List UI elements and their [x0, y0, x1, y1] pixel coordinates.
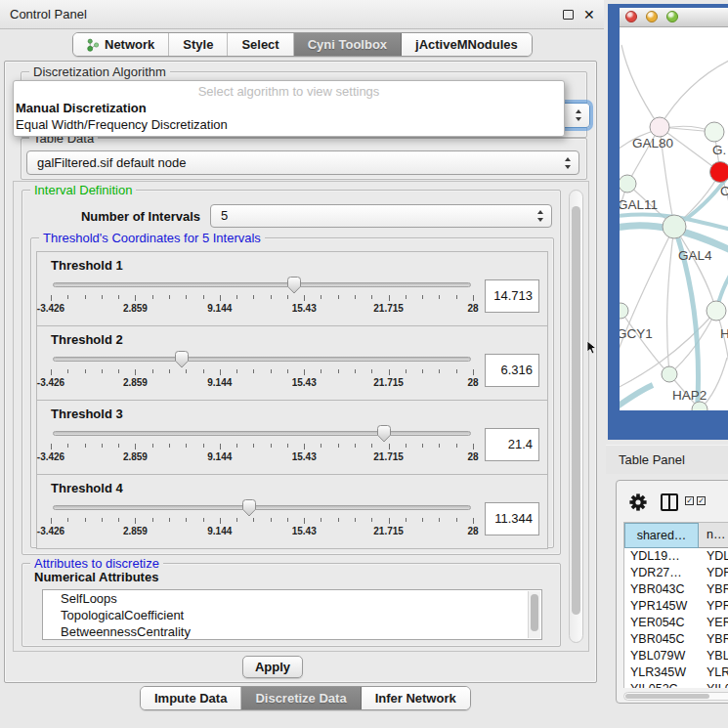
threshold-slider-row: -3.4262.8599.14415.4321.7152821.4 — [51, 422, 539, 467]
slider-tick-label: 2.859 — [123, 377, 148, 388]
threshold-slider[interactable]: -3.4262.8599.14415.4321.71528 — [51, 496, 473, 541]
cell-shared-name: YBR043C — [624, 581, 699, 598]
slider-track[interactable] — [53, 282, 471, 287]
slider-track[interactable] — [53, 505, 471, 510]
table-data-combobox[interactable]: galFiltered.sif default node — [26, 150, 579, 175]
tab-style[interactable]: Style — [169, 33, 228, 56]
table-row[interactable]: YBL079WYBL0… — [624, 648, 728, 664]
horizontal-scrollbar-thumb[interactable] — [625, 694, 709, 699]
slider-thumb[interactable] — [286, 276, 303, 294]
network-node-h[interactable] — [707, 301, 726, 321]
settings-gear-icon[interactable] — [628, 492, 648, 512]
apply-button[interactable]: Apply — [242, 656, 303, 678]
network-node-gcy1[interactable] — [620, 303, 628, 319]
table-row[interactable]: YBR043CYBR0… — [624, 581, 728, 598]
attribute-list-item[interactable]: BetweennessCentrality — [43, 623, 541, 640]
network-node-gal80[interactable] — [650, 117, 669, 137]
slider-tick — [203, 295, 204, 299]
threshold-value-field[interactable]: 6.316 — [485, 354, 539, 387]
threshold-value-field[interactable]: 14.713 — [485, 279, 539, 313]
slider-tick — [135, 295, 136, 301]
slider-thumb[interactable] — [173, 350, 190, 368]
threshold-slider[interactable]: -3.4262.8599.14415.4321.71528 — [51, 274, 473, 319]
popup-prompt-item[interactable]: Select algorithm to view settings — [14, 83, 564, 100]
network-node-g[interactable] — [705, 122, 724, 142]
slider-tick — [152, 295, 153, 299]
mac-close-button[interactable] — [625, 11, 637, 22]
attribute-list-item[interactable]: TopologicalCoefficient — [43, 607, 541, 623]
horizontal-scrollbar[interactable] — [623, 692, 728, 701]
split-columns-icon[interactable] — [661, 493, 678, 511]
network-node-hap2[interactable] — [662, 366, 677, 382]
table-row[interactable]: YDL19…YDL1… — [624, 548, 728, 565]
slider-track[interactable] — [53, 357, 471, 362]
slider-tick-label: 2.859 — [123, 526, 148, 536]
table-row[interactable]: YPR145WYPR1… — [624, 598, 728, 615]
vertical-scrollbar[interactable] — [569, 190, 583, 643]
slider-tick — [371, 444, 372, 448]
tab-infer-network[interactable]: Infer Network — [362, 687, 470, 709]
network-node-c[interactable] — [710, 162, 728, 183]
float-window-icon[interactable] — [563, 10, 574, 20]
combo-arrows-icon — [537, 210, 544, 222]
numerical-attributes-list[interactable]: SelfLoopsTopologicalCoefficientBetweenne… — [42, 589, 542, 640]
close-icon[interactable]: ✕ — [583, 1, 595, 29]
slider-thumb[interactable] — [241, 498, 258, 517]
slider-tick — [169, 518, 170, 522]
popup-item[interactable]: Equal Width/Frequency Discretization — [14, 116, 564, 133]
list-scrollbar-thumb[interactable] — [531, 594, 538, 631]
threshold-slider[interactable]: -3.4262.8599.14415.4321.71528 — [51, 422, 473, 467]
checkbox-icon[interactable]: ✓ — [697, 496, 706, 505]
threshold-slider[interactable]: -3.4262.8599.14415.4321.71528 — [51, 348, 473, 393]
tab-label: Style — [183, 37, 213, 52]
attribute-list-item[interactable]: SelfLoops — [43, 590, 541, 607]
column-header-name[interactable]: n… — [699, 523, 728, 548]
threshold-value-field[interactable]: 21.4 — [485, 428, 539, 461]
table-row[interactable]: YIL052CYIL0… — [624, 681, 728, 688]
slider-tick — [422, 444, 423, 448]
threshold-value-field[interactable]: 11.344 — [485, 502, 539, 535]
tab-select[interactable]: Select — [228, 33, 293, 56]
slider-thumb[interactable] — [376, 424, 393, 443]
slider-tick — [355, 444, 356, 448]
mac-minimize-button[interactable] — [646, 11, 658, 22]
algorithm-dropdown-popup: Select algorithm to view settings Manual… — [13, 80, 565, 137]
checkbox-icon[interactable]: ✓ — [685, 496, 694, 505]
slider-tick — [203, 369, 204, 373]
table-toolbar: ✓ ✓ — [617, 481, 728, 522]
column-header-shared-name[interactable]: shared… — [624, 523, 699, 548]
table-row[interactable]: YER054CYER0… — [624, 615, 728, 631]
table-row[interactable]: YDR27…YDR2… — [624, 565, 728, 581]
network-canvas[interactable]: GAL80G.CGAL11GAL4GCY1HHAP2 — [620, 27, 728, 410]
network-node-gal4[interactable] — [663, 215, 686, 238]
slider-tick — [355, 369, 356, 373]
tab-cyni-toolbox[interactable]: Cyni Toolbox — [294, 33, 402, 56]
tab-network[interactable]: Network — [73, 33, 169, 56]
table-row[interactable]: YLR345WYLR3… — [624, 664, 728, 681]
popup-item[interactable]: Manual Discretization — [14, 100, 564, 116]
slider-tick — [51, 295, 52, 301]
mac-zoom-button[interactable] — [666, 11, 678, 22]
slider-tick — [456, 444, 457, 448]
table-panel: ✓ ✓ shared… n… YDL19…YDL1…YDR27…YDR2…YBR… — [616, 480, 728, 704]
tab-discretize-data[interactable]: Discretize Data — [241, 687, 361, 709]
tab-jactivemnodules[interactable]: jActiveMNodules — [402, 33, 532, 56]
vertical-scrollbar-thumb[interactable] — [572, 206, 580, 615]
list-scrollbar[interactable] — [528, 591, 540, 638]
slider-tick — [51, 444, 52, 450]
slider-tick-label: 9.144 — [207, 451, 232, 462]
table-row[interactable]: YBR045CYBR0… — [624, 631, 728, 648]
number-of-intervals-combobox[interactable]: 5 — [210, 204, 552, 228]
slider-tick-label: 21.715 — [373, 377, 404, 388]
slider-track[interactable] — [53, 431, 471, 436]
slider-tick — [422, 518, 423, 522]
network-node-gal11[interactable] — [620, 175, 636, 193]
group-title: Interval Definition — [30, 183, 136, 197]
slider-tick — [102, 295, 103, 299]
slider-tick — [304, 518, 305, 524]
slider-tick — [203, 444, 204, 448]
tab-impute-data[interactable]: Impute Data — [141, 687, 241, 709]
slider-tick — [439, 295, 440, 299]
mouse-cursor — [586, 340, 597, 355]
slider-tick — [473, 369, 474, 375]
